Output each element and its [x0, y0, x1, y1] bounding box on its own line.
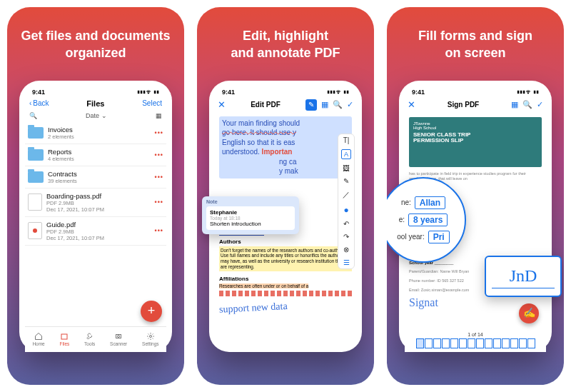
list-item[interactable]: Contracts39 elements ••• [25, 166, 166, 189]
card-title: Get files and documentsorganized [11, 27, 180, 62]
select-button[interactable]: Select [142, 99, 162, 107]
tab-settings[interactable]: Settings [142, 332, 159, 346]
screen-title: Edit PDF [230, 101, 301, 109]
more-icon[interactable]: ••• [155, 227, 163, 234]
undo-icon[interactable]: ↶ [343, 220, 349, 228]
label-affiliations: Affiliations [219, 276, 352, 282]
status-bar: 9:41 ▮▮▮ ᯤ ▮▮ [215, 86, 356, 96]
status-bar: 9:41 ▮▮▮ ᯤ ▮▮ [25, 86, 166, 96]
status-icons: ▮▮▮ ᯤ ▮▮ [327, 89, 349, 96]
label-authors: Authors [219, 238, 352, 245]
textbox-tool-icon[interactable]: A [341, 149, 351, 159]
promo-card-1: Get files and documentsorganized 9:41 ▮▮… [7, 7, 184, 385]
more-icon[interactable]: ••• [155, 174, 163, 181]
back-button[interactable]: ‹ Back [29, 99, 49, 107]
check-icon[interactable]: ✓ [347, 100, 353, 109]
search-icon[interactable]: 🔍 [29, 112, 37, 119]
highlighted-text[interactable]: Don't forget the names of the research a… [219, 246, 352, 271]
form-input[interactable]: 8 years [408, 213, 448, 226]
phone-mock-3: 9:41 ▮▮▮ ᯤ ▮▮ ✕ Sign PDF ▦ 🔍 ✓ JTownneHi… [399, 81, 552, 352]
more-icon[interactable]: ••• [155, 129, 163, 136]
card-title: Fill forms and signon screen [408, 27, 542, 62]
check-icon[interactable]: ✓ [537, 100, 543, 109]
list-item[interactable]: Invoices2 elements ••• [25, 122, 166, 144]
document-body[interactable]: Your main finding should go here. It sho… [215, 114, 356, 352]
page-indicator: 1 of 14 [405, 331, 546, 352]
promo-card-3: Fill forms and signon screen 9:41 ▮▮▮ ᯤ … [387, 7, 564, 385]
nav-bar: ✕ Sign PDF ▦ 🔍 ✓ [405, 96, 546, 113]
status-bar: 9:41 ▮▮▮ ᯤ ▮▮ [405, 86, 546, 96]
phone-mock-1: 9:41 ▮▮▮ ᯤ ▮▮ ‹ Back Files Select 🔍 Date… [19, 81, 172, 352]
more-icon[interactable]: ••• [155, 198, 163, 206]
redo-icon[interactable]: ↷ [343, 233, 349, 241]
note-popover[interactable]: Note Stephanie Today at 18:18 Shorten in… [202, 196, 299, 234]
form-input[interactable]: Allan [415, 196, 445, 209]
document-icon [28, 222, 42, 239]
grid-icon[interactable]: ▦ [321, 100, 328, 109]
highlighted-text-orange[interactable]: Researches are often under or on behalf … [219, 283, 352, 288]
screen-title: Sign PDF [420, 101, 507, 109]
image-tool-icon[interactable]: 🖼 [343, 164, 350, 172]
folder-icon [28, 149, 44, 161]
tab-scanner[interactable]: Scanner [110, 332, 127, 346]
close-icon[interactable]: ✕ [218, 99, 226, 110]
status-icons: ▮▮▮ ᯤ ▮▮ [517, 89, 539, 96]
status-time: 9:41 [222, 89, 235, 96]
note-content: Stephanie Today at 18:18 Shorten introdu… [206, 206, 295, 230]
note-label: Note [206, 199, 295, 204]
selected-text[interactable]: Your main finding should go here. It sho… [219, 116, 352, 179]
grid-icon[interactable]: ▦ [511, 100, 518, 109]
document-icon [28, 194, 42, 211]
delete-icon[interactable]: ⊗ [343, 246, 349, 253]
close-icon[interactable]: ✕ [408, 99, 415, 110]
svg-point-3 [149, 336, 151, 338]
folder-icon [28, 127, 44, 139]
status-time: 9:41 [32, 89, 45, 96]
search-icon[interactable]: 🔍 [522, 100, 532, 109]
document-body[interactable]: JTownneHigh School SENIOR CLASS TRIPPERM… [405, 113, 546, 352]
list-item[interactable]: Guide.pdfPDF 2.9MBDec 17, 2021, 10:07 PM… [25, 217, 166, 246]
grid-view-icon[interactable]: ▦ [156, 112, 162, 119]
form-input[interactable]: Pri [428, 231, 450, 243]
tab-bar: Home Files Tools Scanner Settings [25, 326, 166, 352]
svg-rect-0 [61, 334, 67, 339]
search-icon[interactable]: 🔍 [333, 100, 343, 109]
tab-files[interactable]: Files [60, 332, 70, 346]
svg-point-2 [118, 336, 120, 338]
more-icon[interactable]: ••• [155, 151, 163, 159]
page-thumbnails[interactable] [416, 338, 535, 348]
text-tool-icon[interactable]: T| [343, 136, 350, 144]
status-time: 9:41 [412, 89, 425, 96]
phone-mock-2: 9:41 ▮▮▮ ᯤ ▮▮ ✕ Edit PDF ✎ ▦ 🔍 ✓ Your ma… [209, 81, 362, 352]
signature-overlay[interactable]: JnD [485, 256, 562, 297]
card-title: Edit, highlightand annotate PDF [221, 27, 350, 62]
handwriting-annotation[interactable]: support new data [219, 297, 353, 316]
tab-tools[interactable]: Tools [84, 332, 95, 346]
chevron-down-icon: ⌄ [101, 112, 107, 119]
tab-home[interactable]: Home [32, 332, 44, 346]
add-button[interactable]: + [141, 301, 162, 322]
form-header: JTownneHigh School SENIOR CLASS TRIPPERM… [409, 117, 542, 167]
folder-icon [28, 171, 44, 183]
nav-bar: ✕ Edit PDF ✎ ▦ 🔍 ✓ [215, 96, 356, 114]
color-dot-icon[interactable]: ● [343, 205, 348, 215]
sign-button[interactable]: ✍ [519, 303, 539, 323]
screen-title: Files [86, 99, 104, 108]
scribble-annotation[interactable] [219, 291, 352, 296]
list-item[interactable]: Reports4 elements ••• [25, 144, 166, 166]
edit-icon[interactable]: ✎ [305, 99, 317, 111]
sub-bar: 🔍 Date ⌄ ▦ [25, 111, 166, 122]
promo-card-2: Edit, highlightand annotate PDF 9:41 ▮▮▮… [197, 7, 374, 385]
tool-strip: T| A 🖼 ✎ ／ ● ↶ ↷ ⊗ ☰ [338, 134, 355, 269]
status-icons: ▮▮▮ ᯤ ▮▮ [137, 89, 159, 96]
line-tool-icon[interactable]: ／ [343, 190, 350, 200]
pen-tool-icon[interactable]: ✎ [343, 177, 349, 185]
nav-bar: ‹ Back Files Select [25, 96, 166, 111]
magnifier-overlay: ne:Allan e:8 years ool year:Pri [387, 177, 466, 263]
list-item[interactable]: Boarding-pass.pdfPDF 2.9MBDec 17, 2021, … [25, 189, 166, 217]
sort-selector[interactable]: Date ⌄ [86, 112, 107, 119]
menu-icon[interactable]: ☰ [343, 258, 350, 266]
